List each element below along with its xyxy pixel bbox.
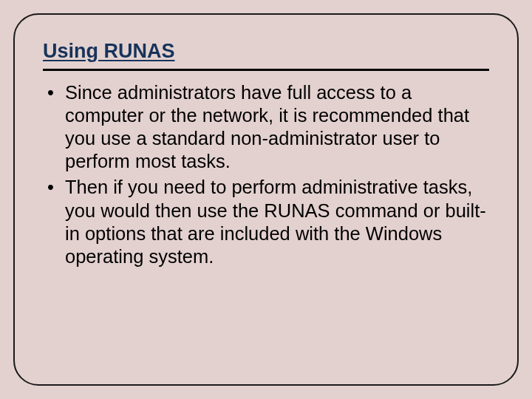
- slide-title: Using RUNAS: [43, 40, 489, 63]
- bullet-list: Since administrators have full access to…: [43, 81, 489, 268]
- slide-card: Using RUNAS Since administrators have fu…: [13, 13, 519, 386]
- divider: [43, 69, 489, 71]
- list-item: Since administrators have full access to…: [43, 81, 489, 173]
- list-item: Then if you need to perform administrati…: [43, 176, 489, 267]
